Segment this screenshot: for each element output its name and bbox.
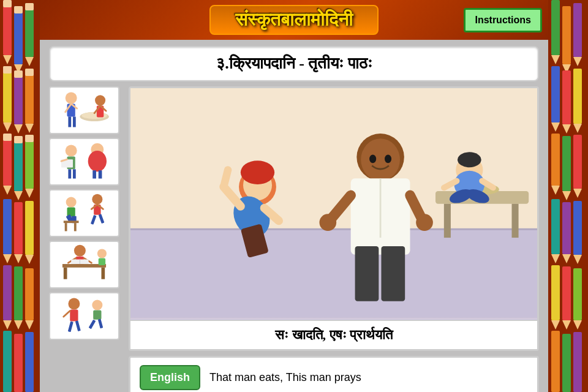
svg-rect-145 [355, 246, 379, 301]
svg-marker-26 [25, 189, 34, 198]
svg-rect-73 [562, 334, 571, 392]
svg-rect-92 [73, 169, 76, 178]
svg-rect-80 [73, 116, 76, 127]
svg-rect-6 [25, 3, 34, 57]
right-pencil-border [548, 0, 588, 392]
svg-rect-12 [14, 70, 23, 124]
left-pencil-border [0, 0, 40, 392]
svg-rect-24 [25, 135, 34, 189]
svg-rect-4 [14, 6, 23, 13]
svg-rect-101 [64, 221, 79, 223]
svg-rect-18 [3, 134, 12, 186]
svg-rect-15 [25, 69, 34, 124]
thumbnail-1[interactable] [49, 86, 119, 134]
svg-point-119 [97, 249, 107, 258]
svg-rect-48 [551, 66, 560, 123]
svg-marker-28 [3, 254, 12, 263]
svg-marker-11 [3, 123, 12, 132]
svg-point-158 [458, 152, 481, 167]
svg-marker-36 [14, 320, 23, 330]
svg-rect-131 [130, 229, 537, 318]
english-translation-text: That man eats, This man prays [209, 371, 361, 384]
svg-marker-63 [562, 254, 571, 263]
svg-rect-64 [573, 201, 582, 255]
svg-rect-44 [562, 6, 571, 64]
svg-rect-120 [99, 258, 105, 265]
thumbnail-4[interactable] [49, 241, 119, 288]
svg-marker-69 [562, 320, 571, 330]
svg-marker-51 [562, 124, 571, 134]
svg-rect-108 [91, 215, 97, 225]
svg-rect-10 [3, 66, 12, 74]
svg-rect-79 [68, 116, 71, 127]
svg-marker-17 [25, 124, 34, 133]
svg-rect-21 [14, 136, 23, 191]
svg-rect-66 [551, 265, 560, 320]
svg-rect-127 [93, 311, 101, 320]
thumbnails-list [49, 86, 119, 392]
lesson-body: सः खादति, एषः प्रार्थयति English That ma… [49, 86, 539, 392]
thumbnail-5[interactable] [49, 292, 119, 340]
english-translation-box: English That man eats, This man prays [129, 356, 539, 393]
svg-marker-65 [573, 255, 582, 264]
svg-rect-1 [3, 0, 12, 7]
svg-rect-46 [573, 3, 582, 57]
svg-marker-59 [573, 189, 582, 198]
svg-marker-55 [551, 186, 560, 195]
svg-rect-95 [92, 170, 96, 178]
svg-marker-67 [551, 320, 560, 330]
main-image-box: सः खादति, एषः प्रार्थयति [129, 86, 539, 351]
svg-rect-124 [68, 322, 74, 333]
svg-point-110 [74, 245, 86, 257]
svg-rect-122 [70, 310, 78, 322]
svg-rect-91 [68, 169, 71, 178]
svg-rect-41 [25, 332, 34, 392]
svg-rect-27 [3, 199, 12, 254]
thumbnail-3[interactable] [49, 189, 119, 237]
svg-marker-57 [562, 191, 571, 200]
svg-marker-61 [551, 254, 560, 263]
svg-rect-19 [3, 134, 12, 141]
svg-point-94 [88, 151, 107, 172]
svg-marker-14 [14, 124, 23, 134]
svg-rect-22 [14, 136, 23, 143]
svg-point-83 [95, 95, 105, 105]
svg-marker-38 [25, 320, 34, 330]
svg-point-104 [92, 194, 102, 205]
svg-marker-49 [551, 123, 560, 132]
svg-line-139 [224, 170, 228, 187]
svg-point-142 [361, 138, 400, 181]
svg-rect-128 [89, 320, 96, 330]
svg-marker-23 [14, 191, 23, 200]
svg-marker-8 [25, 57, 34, 66]
english-badge: English [140, 365, 200, 390]
svg-rect-98 [67, 208, 75, 217]
svg-rect-62 [562, 202, 571, 254]
svg-rect-155 [512, 204, 519, 238]
main-scene [130, 88, 537, 320]
svg-rect-3 [14, 6, 23, 64]
svg-rect-58 [573, 135, 582, 189]
thumbnail-2[interactable] [49, 138, 119, 186]
app-header: संस्कृतबालामोदिनी Instructions [40, 0, 548, 40]
instructions-button[interactable]: Instructions [464, 8, 542, 32]
svg-rect-70 [573, 268, 582, 320]
sanskrit-text: सः खादति, एषः प्रार्थयति [130, 320, 537, 349]
svg-marker-47 [573, 57, 582, 66]
svg-rect-31 [25, 201, 34, 255]
svg-marker-34 [3, 320, 12, 330]
svg-rect-102 [65, 223, 67, 231]
svg-rect-50 [562, 70, 571, 124]
svg-rect-39 [3, 331, 12, 392]
svg-point-126 [92, 300, 102, 310]
svg-rect-37 [25, 268, 34, 320]
main-wrapper: संस्कृतबालामोदिनी Instructions ३.क्रियाप… [40, 0, 548, 392]
svg-rect-52 [573, 69, 582, 124]
svg-point-151 [369, 155, 376, 164]
svg-rect-16 [25, 69, 34, 76]
svg-marker-30 [14, 254, 23, 263]
svg-line-123 [64, 311, 70, 316]
svg-rect-54 [551, 134, 560, 186]
content-area: ३.क्रियापदानि - तृतीयः पाठः [40, 40, 548, 392]
svg-point-121 [68, 298, 80, 310]
